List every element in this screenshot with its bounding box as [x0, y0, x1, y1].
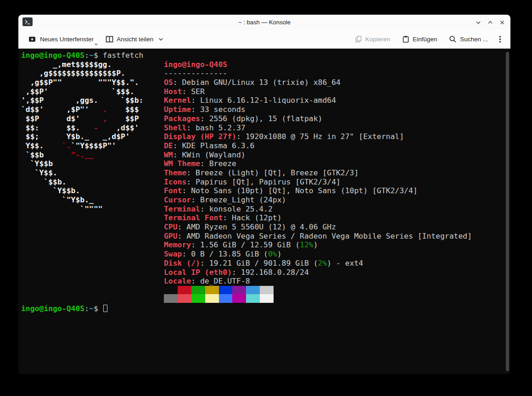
- palette-swatch: [219, 286, 233, 294]
- terminal-text: ,g$$$$$$$$$$$$$$$P.: [21, 69, 125, 78]
- palette-swatch: [232, 294, 246, 302]
- titlebar[interactable]: ~ : bash — Konsole: [18, 15, 510, 30]
- terminal-text: ,: [103, 114, 107, 123]
- terminal-line: _,met$$$$$gg.: [21, 60, 143, 69]
- fastfetch-separator: --------------: [164, 69, 472, 78]
- chevron-down-icon: [475, 19, 482, 26]
- terminal-text: Memory: [164, 240, 191, 249]
- fastfetch-entry: Shell: bash 5.2.37: [164, 123, 472, 133]
- terminal-text: Theme: [164, 168, 186, 177]
- terminal-text: $$P: [107, 114, 139, 123]
- terminal-text: :: [182, 250, 191, 258]
- terminal-text: :: [186, 123, 196, 132]
- close-button[interactable]: [498, 19, 506, 26]
- copy-button[interactable]: Kopieren: [351, 33, 394, 46]
- overflow-menu-button[interactable]: [496, 33, 504, 46]
- new-tab-button[interactable]: Neues Unterfenster: [25, 33, 97, 45]
- terminal-text: ~: [89, 51, 94, 60]
- terminal-text: `Y$$.: [21, 168, 57, 177]
- terminal-text: `"Y$$$$P"': [71, 141, 117, 150]
- split-view-button[interactable]: Ansicht teilen: [102, 33, 167, 45]
- terminal-line: $$P d$' , $$P: [21, 114, 143, 123]
- terminal-text: DE: [164, 141, 173, 150]
- fastfetch-title: ingo@ingo-Q40S: [164, 60, 472, 69]
- terminal-text: :: [200, 159, 209, 168]
- palette-swatch: [246, 294, 260, 302]
- terminal-text: :: [236, 132, 246, 141]
- terminal-line: `$$b.: [21, 178, 143, 187]
- terminal-text: :: [191, 195, 200, 204]
- terminal-text: AMD Radeon Vega Series / Radeon Vega Mob…: [186, 232, 472, 240]
- terminal-text: :: [173, 78, 182, 87]
- terminal-text: 0%: [268, 250, 277, 258]
- terminal-text: `Y$$b.: [21, 186, 80, 195]
- terminal-text: Noto Sans (10pt) [Qt], Noto Sans (10pt) …: [191, 186, 417, 195]
- terminal-text: $$: $$.: [21, 123, 94, 132]
- close-icon: [498, 19, 506, 26]
- minimize-button[interactable]: [475, 19, 482, 26]
- fastfetch-entry: Packages: 2556 (dpkg), 15 (flatpak): [164, 114, 472, 123]
- fastfetch-entry: Theme: Breeze (Light) [Qt], Breeze [GTK2…: [164, 168, 472, 178]
- terminal-line: `$$b "-.__: [21, 151, 143, 160]
- terminal-text: :: [186, 178, 196, 186]
- terminal-text: :: [191, 277, 200, 285]
- terminal-text: Font: [164, 186, 182, 195]
- fastfetch-entry: Terminal: konsole 25.4.2: [164, 205, 472, 214]
- terminal-line: `Y$$.: [21, 168, 143, 178]
- terminal-text: 2%: [318, 259, 327, 268]
- konsole-window: ~ : bash — Konsole: [18, 15, 510, 374]
- fastfetch-entry: CPU: AMD Ryzen 5 5560U (12) @ 4.06 GHz: [164, 223, 472, 232]
- terminal-text: Terminal Font: [164, 213, 223, 222]
- terminal-color-palette: [164, 286, 274, 303]
- terminal-text: 33 seconds: [200, 105, 246, 114]
- paste-button[interactable]: Einfügen: [398, 33, 441, 46]
- terminal-text: OS: [164, 78, 173, 87]
- terminal-text: 192.168.0.28/24: [241, 268, 309, 277]
- palette-swatch: [260, 286, 274, 294]
- terminal-text: de_DE.UTF-8: [200, 277, 250, 285]
- terminal-text: WM Theme: [164, 159, 200, 168]
- terminal-line: `Y$$b.: [21, 186, 143, 195]
- fastfetch-entry: Terminal Font: Hack (12pt): [164, 213, 472, 223]
- terminal-line: $$; Y$b._ _,d$P': [21, 132, 143, 141]
- terminal-line: ,$$P' `$$$.: [21, 87, 143, 96]
- terminal-text: Papirus [Qt], Papirus [GTK2/3/4]: [196, 178, 341, 186]
- terminal-text: :: [191, 96, 200, 105]
- terminal-text: :: [232, 268, 241, 277]
- terminal-line: `"""": [21, 205, 143, 214]
- chevron-up-icon: [487, 19, 494, 26]
- terminal-text: ,g$$P"" """Y$$.".: [21, 78, 139, 87]
- palette-swatch: [178, 294, 191, 302]
- terminal-text: konsole 25.4.2: [209, 205, 273, 213]
- kebab-menu-icon: [499, 35, 501, 43]
- palette-swatch: [232, 286, 246, 294]
- search-button[interactable]: Suchen ...: [445, 33, 492, 46]
- terminal-text: GPU: [164, 232, 178, 240]
- maximize-button[interactable]: [487, 19, 494, 26]
- terminal-line: ,g$$P"" """Y$$.".: [21, 78, 143, 87]
- terminal-text: :: [84, 304, 89, 313]
- fastfetch-entry: DE: KDE Plasma 6.3.6: [164, 141, 472, 151]
- terminal-scrollbar[interactable]: [506, 52, 509, 371]
- terminal-text: Disk (/): [164, 259, 200, 268]
- split-view-label: Ansicht teilen: [117, 36, 153, 43]
- terminal-text: `.: [62, 141, 71, 150]
- terminal-view[interactable]: ingo@ingo-Q40S:~$ fastfetch _,met$$$$$gg…: [18, 49, 510, 374]
- palette-swatch: [164, 286, 178, 294]
- new-tab-icon: [28, 36, 37, 43]
- palette-swatch: [164, 294, 178, 302]
- terminal-text: Host: [164, 87, 182, 96]
- terminal-line: ',$$P ,ggs. `$$b:: [21, 96, 143, 105]
- terminal-text: :: [84, 51, 89, 60]
- terminal-text: ingo@ingo-Q40S: [21, 304, 84, 313]
- paste-icon: [402, 35, 409, 43]
- terminal-text: $: [94, 51, 103, 60]
- terminal-text: 12%: [300, 240, 314, 249]
- palette-row: [164, 286, 274, 294]
- terminal-text: "-.__: [71, 151, 94, 159]
- terminal-text: :: [191, 105, 200, 114]
- terminal-text: .: [103, 105, 107, 114]
- terminal-line: `d$$' ,$P"' . $$$: [21, 105, 143, 114]
- toolbar: Neues Unterfenster Ansicht teilen: [18, 30, 510, 49]
- fastfetch-entry: GPU: AMD Radeon Vega Series / Radeon Veg…: [164, 232, 472, 241]
